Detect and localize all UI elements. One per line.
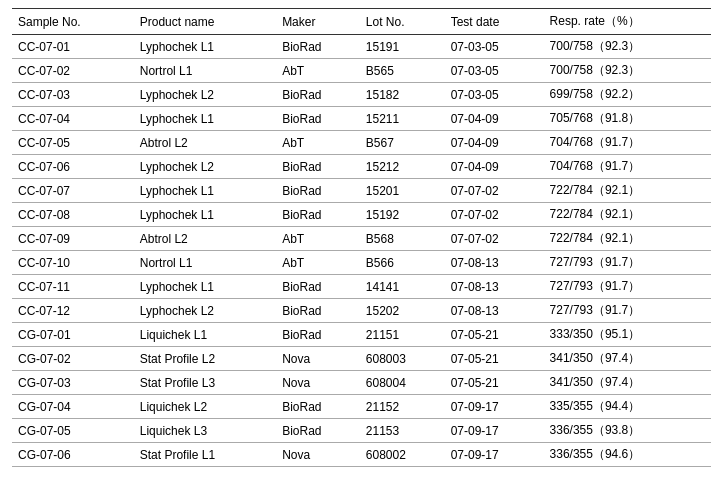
table-row: CG-07-01Liquichek L1BioRad2115107-05-213… [12, 323, 711, 347]
table-cell: CG-07-02 [12, 347, 134, 371]
column-header: Sample No. [12, 9, 134, 35]
table-row: CG-07-03Stat Profile L3Nova60800407-05-2… [12, 371, 711, 395]
table-cell: CC-07-11 [12, 275, 134, 299]
table-cell: BioRad [276, 203, 360, 227]
table-cell: Nortrol L1 [134, 59, 276, 83]
table-row: CC-07-09Abtrol L2AbTB56807-07-02722/784（… [12, 227, 711, 251]
table-cell: Nova [276, 371, 360, 395]
table-header-row: Sample No.Product nameMakerLot No.Test d… [12, 9, 711, 35]
table-cell: 705/768（91.8） [544, 107, 711, 131]
table-cell: Lyphochek L1 [134, 275, 276, 299]
table-cell: 07-09-17 [445, 419, 544, 443]
table-cell: 07-09-17 [445, 443, 544, 467]
table-cell: 15212 [360, 155, 445, 179]
table-row: CG-07-02Stat Profile L2Nova60800307-05-2… [12, 347, 711, 371]
table-cell: B565 [360, 59, 445, 83]
table-cell: Lyphochek L2 [134, 83, 276, 107]
table-cell: 07-04-09 [445, 107, 544, 131]
table-cell: 07-08-13 [445, 275, 544, 299]
table-cell: Lyphochek L2 [134, 155, 276, 179]
table-cell: 07-04-09 [445, 131, 544, 155]
table-cell: Lyphochek L2 [134, 299, 276, 323]
table-cell: 336/355（93.8） [544, 419, 711, 443]
table-cell: 07-04-09 [445, 155, 544, 179]
table-cell: CG-07-05 [12, 419, 134, 443]
table-cell: 727/793（91.7） [544, 251, 711, 275]
table-cell: 341/350（97.4） [544, 371, 711, 395]
table-cell: 07-03-05 [445, 83, 544, 107]
table-cell: 07-08-13 [445, 251, 544, 275]
table-cell: 07-05-21 [445, 347, 544, 371]
table-cell: AbT [276, 131, 360, 155]
table-cell: CG-07-01 [12, 323, 134, 347]
table-cell: 704/768（91.7） [544, 155, 711, 179]
table-cell: 335/355（94.4） [544, 395, 711, 419]
table-row: CC-07-11Lyphochek L1BioRad1414107-08-137… [12, 275, 711, 299]
table-cell: AbT [276, 227, 360, 251]
table-cell: 333/350（95.1） [544, 323, 711, 347]
table-cell: 722/784（92.1） [544, 179, 711, 203]
table-cell: Stat Profile L1 [134, 443, 276, 467]
table-cell: 341/350（97.4） [544, 347, 711, 371]
table-cell: 07-05-21 [445, 323, 544, 347]
table-cell: Nortrol L1 [134, 251, 276, 275]
table-cell: Lyphochek L1 [134, 179, 276, 203]
table-cell: 722/784（92.1） [544, 227, 711, 251]
table-cell: 15201 [360, 179, 445, 203]
table-cell: BioRad [276, 83, 360, 107]
table-cell: Lyphochek L1 [134, 35, 276, 59]
table-cell: 608004 [360, 371, 445, 395]
table-row: CC-07-12Lyphochek L2BioRad1520207-08-137… [12, 299, 711, 323]
table-cell: Lyphochek L1 [134, 203, 276, 227]
table-cell: 15192 [360, 203, 445, 227]
table-cell: Nova [276, 347, 360, 371]
column-header: Test date [445, 9, 544, 35]
table-cell: 07-03-05 [445, 59, 544, 83]
table-cell: 336/355（94.6） [544, 443, 711, 467]
table-cell: Nova [276, 443, 360, 467]
table-row: CC-07-05Abtrol L2AbTB56707-04-09704/768（… [12, 131, 711, 155]
table-cell: CC-07-02 [12, 59, 134, 83]
table-cell: B567 [360, 131, 445, 155]
table-cell: CC-07-08 [12, 203, 134, 227]
table-cell: CC-07-04 [12, 107, 134, 131]
table-cell: BioRad [276, 275, 360, 299]
table-cell: BioRad [276, 323, 360, 347]
table-cell: BioRad [276, 419, 360, 443]
table-cell: 15211 [360, 107, 445, 131]
table-cell: 21153 [360, 419, 445, 443]
table-cell: CC-07-01 [12, 35, 134, 59]
table-cell: CC-07-06 [12, 155, 134, 179]
table-cell: BioRad [276, 35, 360, 59]
table-cell: CC-07-07 [12, 179, 134, 203]
table-row: CC-07-06Lyphochek L2BioRad1521207-04-097… [12, 155, 711, 179]
table-cell: AbT [276, 59, 360, 83]
table-cell: BioRad [276, 179, 360, 203]
table-cell: 07-07-02 [445, 179, 544, 203]
table-cell: B568 [360, 227, 445, 251]
table-cell: 608003 [360, 347, 445, 371]
table-cell: CC-07-12 [12, 299, 134, 323]
table-cell: B566 [360, 251, 445, 275]
table-cell: 700/758（92.3） [544, 35, 711, 59]
table-row: CC-07-02Nortrol L1AbTB56507-03-05700/758… [12, 59, 711, 83]
table-cell: 608002 [360, 443, 445, 467]
table-cell: CC-07-03 [12, 83, 134, 107]
table-cell: Liquichek L2 [134, 395, 276, 419]
table-cell: AbT [276, 251, 360, 275]
table-cell: Liquichek L1 [134, 323, 276, 347]
column-header: Lot No. [360, 9, 445, 35]
table-cell: 15191 [360, 35, 445, 59]
table-cell: CC-07-10 [12, 251, 134, 275]
table-row: CC-07-03Lyphochek L2BioRad1518207-03-056… [12, 83, 711, 107]
table-cell: 15182 [360, 83, 445, 107]
table-cell: Abtrol L2 [134, 227, 276, 251]
table-cell: 21152 [360, 395, 445, 419]
table-cell: 07-08-13 [445, 299, 544, 323]
table-row: CC-07-04Lyphochek L1BioRad1521107-04-097… [12, 107, 711, 131]
table-cell: 07-09-17 [445, 395, 544, 419]
table-cell: CC-07-09 [12, 227, 134, 251]
table-row: CG-07-06Stat Profile L1Nova60800207-09-1… [12, 443, 711, 467]
table-cell: BioRad [276, 107, 360, 131]
data-table: Sample No.Product nameMakerLot No.Test d… [12, 8, 711, 467]
